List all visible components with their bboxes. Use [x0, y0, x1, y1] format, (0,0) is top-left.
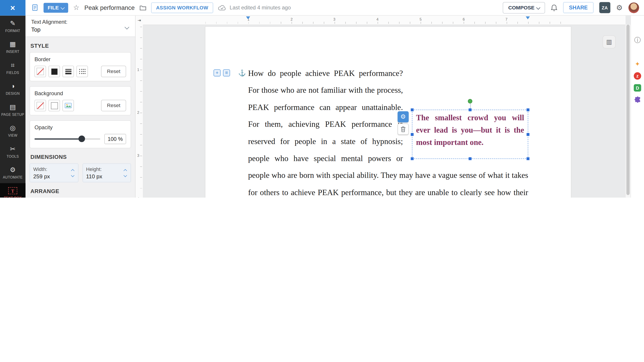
image-icon	[64, 102, 72, 108]
trash-icon	[400, 126, 406, 132]
resize-handle-top-right[interactable]	[526, 108, 530, 111]
nav-item-fields[interactable]: ⌗FIELDS	[0, 58, 26, 78]
document-title[interactable]: Peak performance	[84, 4, 135, 11]
settings-gear-icon[interactable]: ⚙	[616, 3, 623, 12]
plus-icon: +	[216, 70, 218, 76]
border-weight-button[interactable]	[62, 66, 74, 77]
user-avatar[interactable]	[628, 2, 639, 13]
width-stepper[interactable]: Width:259 px	[30, 164, 78, 182]
opacity-slider[interactable]	[34, 138, 100, 140]
document-icon	[31, 4, 38, 11]
ruler-number: 4	[137, 197, 139, 198]
increment-icon[interactable]	[124, 169, 127, 172]
textbox-delete-button[interactable]	[398, 124, 408, 135]
nav-item-format[interactable]: ✎FORMAT	[0, 16, 26, 36]
add-element-button[interactable]: +	[214, 70, 220, 76]
automate-icon: ⚙	[10, 166, 16, 174]
pull-quote-textbox[interactable]: ⚙ The smallest crowd you will ever lead …	[412, 110, 528, 159]
text-box-icon: T	[8, 187, 17, 194]
zoho-writer-app: × FILE ☆ Peak performance ASSIGN WORKFLO…	[0, 0, 644, 198]
rotation-handle[interactable]	[468, 99, 472, 104]
docs-app-icon[interactable]: D	[634, 84, 641, 92]
nav-item-insert[interactable]: ▦INSERT	[0, 36, 26, 57]
resize-handle-bottom[interactable]	[468, 157, 472, 160]
border-reset-button[interactable]: Reset	[101, 66, 126, 77]
folder-icon[interactable]	[140, 5, 146, 10]
vertical-ruler[interactable]: 1 2 3 4 5 6	[136, 25, 144, 198]
nav-item-page-setup[interactable]: ▤PAGE SETUP	[0, 100, 26, 120]
page-setup-icon: ▤	[10, 104, 16, 111]
pull-quote-text[interactable]: The smallest crowd you will ever lead is…	[412, 110, 528, 148]
ruler-number: 6	[463, 17, 465, 21]
extensions-puzzle-icon[interactable]	[634, 96, 641, 103]
nav-label: FIELDS	[6, 70, 19, 74]
resize-handle-right[interactable]	[526, 133, 530, 136]
list-format-button[interactable]: ≡	[223, 70, 230, 76]
document-page[interactable]: + ≡ ⚓ ⚙	[206, 27, 571, 198]
nav-item-automate[interactable]: ⚙AUTOMATE	[0, 162, 26, 183]
file-menu-label: FILE	[48, 5, 59, 10]
horizontal-ruler[interactable]: 1 2 3 4 5 6 7	[143, 16, 626, 25]
document-canvas[interactable]: + ≡ ⚓ ⚙	[143, 25, 626, 198]
resize-handle-bottom-left[interactable]	[411, 157, 414, 160]
favorite-star-icon[interactable]: ☆	[73, 3, 79, 12]
resize-handle-top[interactable]	[468, 108, 472, 111]
decrement-icon[interactable]	[71, 174, 74, 177]
vertical-scrollbar[interactable]	[625, 25, 631, 198]
resize-handle-bottom-right[interactable]	[526, 157, 530, 160]
anchor-icon[interactable]: ⚓	[238, 70, 246, 77]
background-image-button[interactable]	[62, 100, 74, 111]
no-border-icon	[36, 68, 44, 75]
topbar: × FILE ☆ Peak performance ASSIGN WORKFLO…	[0, 0, 644, 16]
slider-knob[interactable]	[79, 136, 85, 142]
textbox-settings-button[interactable]: ⚙	[398, 111, 408, 122]
nav-label: FORMAT	[5, 29, 20, 33]
nav-label: VIEW	[8, 134, 17, 138]
opacity-value[interactable]: 100 %	[104, 134, 126, 144]
nav-item-design[interactable]: ◑DESIGN	[0, 78, 26, 99]
background-color-button[interactable]	[48, 100, 60, 111]
design-icon: ◑	[11, 82, 15, 90]
style-section-header: STYLE	[30, 43, 130, 49]
assign-workflow-button[interactable]: ASSIGN WORKFLOW	[151, 2, 213, 13]
scrollbar-thumb[interactable]	[626, 25, 630, 195]
nav-item-tools[interactable]: ✂TOOLS	[0, 141, 26, 162]
left-margin-marker[interactable]	[246, 16, 250, 21]
opacity-card: Opacity 100 %	[30, 120, 131, 148]
tab-stop-selector[interactable]: ⇥	[136, 16, 144, 25]
compose-button[interactable]: COMPOSE	[503, 2, 545, 13]
resize-handle-left[interactable]	[411, 133, 414, 136]
increment-icon[interactable]	[71, 169, 74, 172]
border-style-button[interactable]	[76, 66, 88, 77]
close-icon: ×	[10, 3, 15, 12]
border-none-button[interactable]	[34, 66, 46, 77]
share-button[interactable]: SHARE	[563, 2, 594, 13]
right-margin-marker[interactable]	[526, 16, 530, 21]
background-reset-button[interactable]: Reset	[101, 100, 126, 111]
zia-icon[interactable]: ZA	[599, 2, 610, 13]
nav-item-text-box[interactable]: TTEXT BOX	[0, 183, 26, 198]
fields-icon: ⌗	[11, 62, 15, 69]
nav-label: TEXT BOX	[4, 196, 22, 198]
bell-icon[interactable]	[551, 4, 558, 11]
border-solid-button[interactable]	[48, 66, 60, 77]
resize-handle-top-left[interactable]	[411, 108, 414, 111]
page-view-button[interactable]: ▥	[602, 36, 616, 48]
decrement-icon[interactable]	[124, 174, 127, 177]
zia-assistant-icon[interactable]: z	[634, 72, 641, 80]
sparkle-icon[interactable]: ✦	[635, 60, 640, 68]
tab-selector-icon: ⇥	[138, 18, 141, 22]
info-icon[interactable]: ⓘ	[634, 36, 641, 44]
ruler-number: 4	[376, 17, 378, 21]
left-nav: ✎FORMAT ▦INSERT ⌗FIELDS ◑DESIGN ▤PAGE SE…	[0, 16, 26, 198]
height-value: 110 px	[86, 174, 124, 180]
file-menu-button[interactable]: FILE	[44, 3, 68, 12]
paragraph[interactable]: ⚙ The smallest crowd you will ever lead …	[248, 65, 528, 198]
background-card: Background Reset	[30, 86, 131, 115]
close-document-icon[interactable]: ×	[0, 0, 26, 16]
nav-item-view[interactable]: ◎VIEW	[0, 120, 26, 141]
background-none-button[interactable]	[34, 100, 46, 111]
height-stepper[interactable]: Height:110 px	[82, 164, 131, 182]
no-fill-icon	[36, 102, 44, 109]
text-alignment-dropdown[interactable]: Text Alignment: Top	[26, 16, 135, 37]
